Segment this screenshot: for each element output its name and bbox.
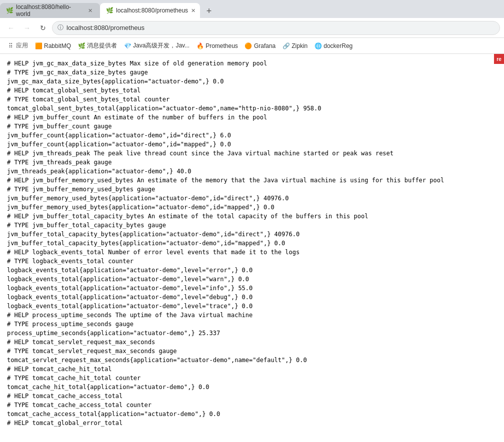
prometheus-icon: 🔥 — [196, 42, 204, 49]
bookmark-grafana-label: Grafana — [254, 42, 276, 49]
bookmark-dockerreg[interactable]: 🌐 dockerReg — [312, 41, 356, 50]
back-button[interactable]: ← — [4, 21, 18, 35]
msgprovider-icon: 🌿 — [78, 42, 85, 49]
java-icon: 💎 — [124, 42, 131, 49]
tab-hello-world-label: localhost:8080/hello-world — [16, 3, 83, 17]
tab-prometheus-close[interactable]: ✕ — [191, 6, 196, 14]
tab-hello-world-close[interactable]: ✕ — [86, 6, 94, 14]
address-bar[interactable]: ⓘ localhost:8080/prometheus — [52, 21, 500, 35]
tab-prometheus-favicon: 🌿 — [106, 7, 113, 14]
refresh-button[interactable]: ↻ — [36, 21, 50, 35]
bookmark-rabbitmq[interactable]: 🟧 RabbitMQ — [32, 41, 74, 50]
tab-hello-world[interactable]: 🌿 localhost:8080/hello-world ✕ — [0, 3, 100, 18]
bookmark-java[interactable]: 💎 Java高级开发，Jav... — [121, 40, 192, 51]
apps-label: 应用 — [16, 41, 28, 50]
secure-icon: ⓘ — [58, 23, 64, 32]
grafana-icon: 🟠 — [245, 42, 252, 49]
page-content: # HELP jvm_gc_max_data_size_bytes Max si… — [0, 54, 504, 442]
forward-button[interactable]: → — [20, 21, 34, 35]
red-corner-badge: re — [494, 54, 504, 64]
navigation-bar: ← → ↻ ⓘ localhost:8080/prometheus — [0, 18, 504, 38]
new-tab-button[interactable]: + — [202, 4, 216, 18]
bookmark-grafana[interactable]: 🟠 Grafana — [242, 41, 278, 50]
tab-hello-world-favicon: 🌿 — [6, 7, 13, 14]
metrics-text: # HELP jvm_gc_max_data_size_bytes Max si… — [7, 59, 497, 428]
dockerreg-icon: 🌐 — [314, 42, 322, 49]
tab-prometheus[interactable]: 🌿 localhost:8080/prometheus ✕ — [100, 3, 200, 18]
tab-bar: 🌿 localhost:8080/hello-world ✕ 🌿 localho… — [0, 0, 504, 18]
address-text: localhost:8080/prometheus — [66, 24, 144, 31]
bookmark-prometheus[interactable]: 🔥 Prometheus — [194, 41, 241, 50]
tab-prometheus-label: localhost:8080/prometheus — [116, 7, 188, 14]
bookmark-java-label: Java高级开发，Jav... — [133, 41, 190, 50]
bookmark-dockerreg-label: dockerReg — [324, 42, 352, 49]
bookmark-rabbitmq-label: RabbitMQ — [44, 42, 71, 49]
bookmarks-bar: ⠿ 应用 🟧 RabbitMQ 🌿 消息提供者 💎 Java高级开发，Jav..… — [0, 38, 504, 54]
bookmark-prometheus-label: Prometheus — [206, 42, 238, 49]
rabbitmq-icon: 🟧 — [35, 42, 42, 49]
refresh-icon: ↻ — [40, 24, 46, 32]
bookmark-msgprovider-label: 消息提供者 — [87, 41, 117, 50]
bookmark-zipkin-label: Zipkin — [292, 42, 308, 49]
apps-icon: ⠿ — [7, 42, 14, 49]
back-icon: ← — [8, 24, 14, 32]
forward-icon: → — [24, 24, 30, 32]
zipkin-icon: 🔗 — [282, 42, 290, 49]
apps-button[interactable]: ⠿ 应用 — [4, 40, 31, 51]
bookmark-zipkin[interactable]: 🔗 Zipkin — [280, 41, 310, 50]
bookmark-msgprovider[interactable]: 🌿 消息提供者 — [75, 40, 120, 51]
